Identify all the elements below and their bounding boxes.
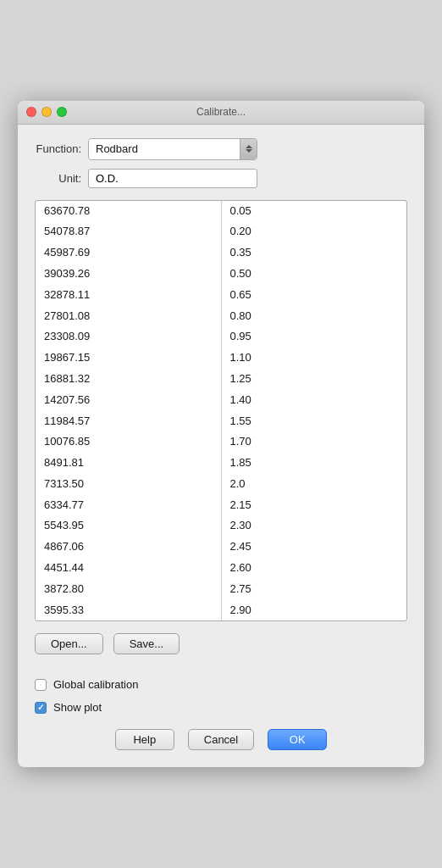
table-row: 1.25 <box>222 369 407 390</box>
table-row: 2.60 <box>222 558 407 579</box>
table-row: 39039.26 <box>36 264 221 285</box>
unit-label: Unit: <box>35 172 81 185</box>
table-row: 32878.11 <box>36 285 221 306</box>
show-plot-label: Show plot <box>53 701 102 714</box>
table-row: 63670.78 <box>36 201 221 222</box>
table-row: 2.0 <box>222 474 407 495</box>
table-row: 2.45 <box>222 537 407 558</box>
calibrate-window: Calibrate... Function: Rodbard Unit: 636… <box>18 101 424 768</box>
function-row: Function: Rodbard <box>35 138 407 160</box>
help-button[interactable]: Help <box>115 729 174 750</box>
table-row: 1.40 <box>222 390 407 411</box>
table-row: 5543.95 <box>36 515 221 537</box>
function-label: Function: <box>35 142 81 155</box>
minimize-button[interactable] <box>41 107 52 117</box>
function-select-value: Rodbard <box>89 140 240 158</box>
arrow-up-icon <box>246 145 252 148</box>
table-row: 2.90 <box>222 600 407 621</box>
table-row: 0.20 <box>222 221 407 242</box>
table-row: 3872.80 <box>36 579 221 600</box>
table-row: 7313.50 <box>36 474 221 495</box>
table-row: 1.55 <box>222 411 407 432</box>
table-row: 3595.33 <box>36 600 221 621</box>
table-row: 0.80 <box>222 306 407 327</box>
table-row: 10076.85 <box>36 431 221 453</box>
window-controls <box>26 107 67 117</box>
file-buttons-row: Open... Save... <box>35 633 407 654</box>
window-content: Function: Rodbard Unit: 63670.7854078.87… <box>18 125 424 768</box>
table-row: 54078.87 <box>36 221 221 242</box>
global-calibration-checkbox[interactable] <box>35 679 47 691</box>
table-row: 1.85 <box>222 453 407 474</box>
table-row: 1.70 <box>222 431 407 453</box>
table-row: 1.10 <box>222 348 407 369</box>
arrow-down-icon <box>246 149 252 153</box>
table-row: 45987.69 <box>36 242 221 264</box>
table-row: 16881.32 <box>36 369 221 390</box>
table-row: 23308.09 <box>36 326 221 348</box>
table-row: 2.15 <box>222 495 407 516</box>
open-button[interactable]: Open... <box>35 633 103 654</box>
table-col-values: 63670.7854078.8745987.6939039.2632878.11… <box>36 201 222 621</box>
table-row: 0.95 <box>222 326 407 348</box>
show-plot-checkbox[interactable] <box>35 702 47 714</box>
cancel-button[interactable]: Cancel <box>188 729 254 750</box>
table-row: 11984.57 <box>36 411 221 432</box>
calibration-table[interactable]: 63670.7854078.8745987.6939039.2632878.11… <box>35 200 407 622</box>
title-bar: Calibrate... <box>18 101 424 125</box>
global-calibration-label: Global calibration <box>53 678 138 691</box>
global-calibration-row: Global calibration <box>35 678 407 691</box>
function-select[interactable]: Rodbard <box>88 138 257 160</box>
table-row: 4451.44 <box>36 558 221 579</box>
close-button[interactable] <box>26 107 36 117</box>
table-row: 0.65 <box>222 285 407 306</box>
function-select-arrow[interactable] <box>240 139 257 159</box>
save-button[interactable]: Save... <box>113 633 180 654</box>
window-title: Calibrate... <box>196 106 246 118</box>
table-row: 27801.08 <box>36 306 221 327</box>
table-row: 2.30 <box>222 515 407 537</box>
bottom-buttons-row: Help Cancel OK <box>35 729 407 750</box>
ok-button[interactable]: OK <box>268 729 327 750</box>
maximize-button[interactable] <box>57 107 67 117</box>
table-row: 0.05 <box>222 201 407 222</box>
table-row: 19867.15 <box>36 348 221 369</box>
show-plot-row: Show plot <box>35 701 407 714</box>
table-row: 0.50 <box>222 264 407 285</box>
table-row: 2.75 <box>222 579 407 600</box>
table-col-od: 0.050.200.350.500.650.800.951.101.251.40… <box>222 201 407 621</box>
unit-input[interactable] <box>88 169 257 188</box>
table-row: 14207.56 <box>36 390 221 411</box>
table-row: 0.35 <box>222 242 407 264</box>
table-row: 6334.77 <box>36 495 221 516</box>
table-row: 4867.06 <box>36 537 221 558</box>
unit-row: Unit: <box>35 169 407 188</box>
table-row: 8491.81 <box>36 453 221 474</box>
